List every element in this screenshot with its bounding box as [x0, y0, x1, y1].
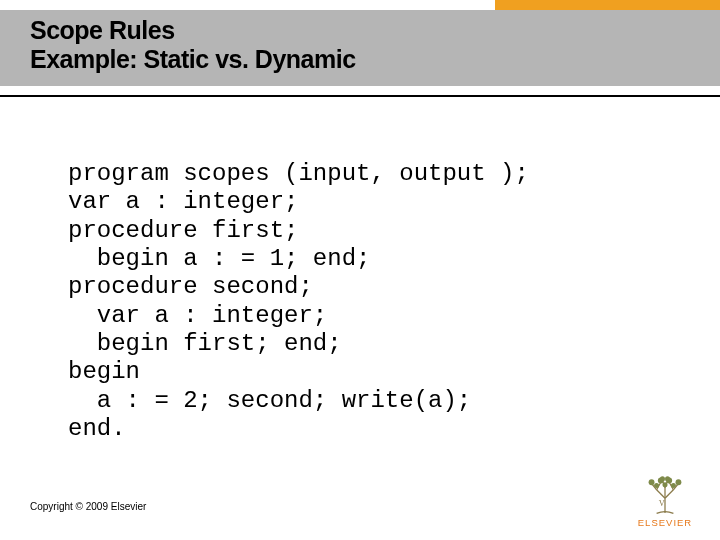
svg-point-5 — [676, 479, 682, 485]
svg-point-8 — [662, 482, 667, 487]
copyright-footer: Copyright © 2009 Elsevier — [30, 501, 146, 512]
svg-point-7 — [671, 483, 676, 488]
svg-text:V: V — [659, 499, 665, 508]
title-band: Scope RulesExample: Static vs. Dynamic — [0, 10, 720, 86]
svg-point-4 — [666, 478, 672, 484]
tree-icon: V — [644, 473, 686, 515]
slide: Scope RulesExample: Static vs. Dynamic p… — [0, 0, 720, 540]
svg-point-2 — [660, 476, 665, 481]
publisher-logo: V ELSEVIER — [632, 473, 698, 528]
slide-title: Scope RulesExample: Static vs. Dynamic — [30, 16, 720, 74]
publisher-name: ELSEVIER — [638, 517, 692, 528]
horizontal-rule — [0, 95, 720, 97]
svg-point-0 — [649, 479, 655, 485]
code-block: program scopes (input, output ); var a :… — [68, 160, 529, 443]
svg-point-6 — [654, 483, 659, 488]
